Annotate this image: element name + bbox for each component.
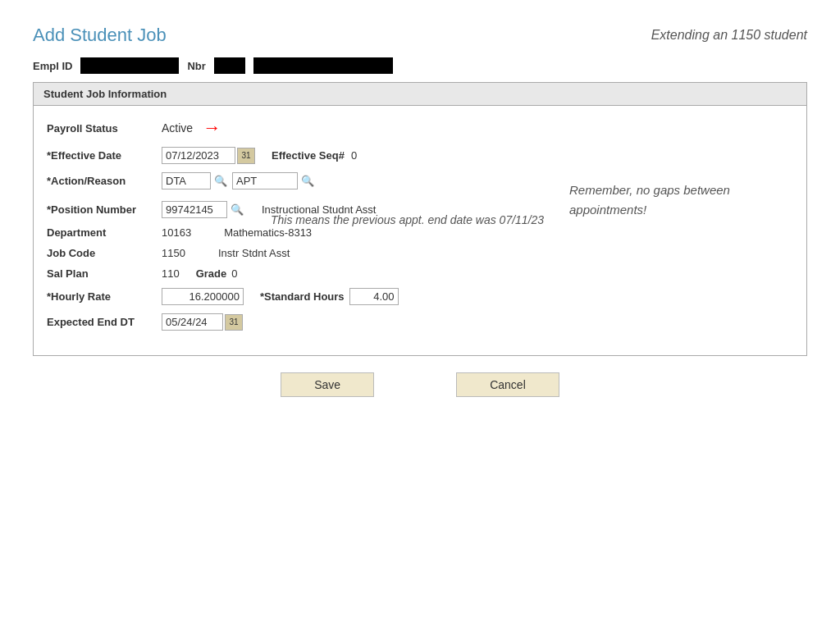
grade-label: Grade — [196, 267, 227, 280]
action-search-icon[interactable]: 🔍 — [212, 173, 229, 189]
position-description: Instructional Studnt Asst — [262, 203, 376, 216]
department-label: Department — [47, 226, 162, 239]
nbr-value — [214, 57, 245, 74]
cancel-button[interactable]: Cancel — [456, 372, 559, 397]
nbr-label: Nbr — [187, 60, 205, 72]
action-reason-label: *Action/Reason — [47, 175, 162, 187]
reason-input[interactable] — [232, 172, 298, 189]
expected-end-dt-label: Expected End DT — [47, 316, 162, 328]
effective-date-input[interactable] — [162, 147, 235, 164]
expected-end-dt-input[interactable] — [162, 313, 223, 331]
expected-end-dt-calendar-icon[interactable]: 31 — [225, 314, 243, 331]
save-button[interactable]: Save — [281, 372, 374, 397]
position-search-icon[interactable]: 🔍 — [229, 202, 245, 218]
sal-plan-label: Sal Plan — [47, 267, 162, 280]
sal-plan-value: 110 — [162, 267, 180, 280]
reason-search-icon[interactable]: 🔍 — [299, 173, 316, 189]
action-input[interactable] — [162, 172, 211, 189]
effective-seq-label: Effective Seq# — [272, 149, 345, 162]
department-description: Mathematics-8313 — [224, 226, 312, 239]
empl-id-label: Empl ID — [33, 60, 72, 72]
position-number-input[interactable] — [162, 201, 227, 218]
effective-date-calendar-icon[interactable]: 31 — [237, 148, 255, 164]
hourly-rate-input[interactable] — [162, 288, 244, 305]
hourly-rate-label: *Hourly Rate — [47, 290, 162, 303]
position-number-label: *Position Number — [47, 203, 162, 216]
standard-hours-input[interactable] — [349, 288, 399, 305]
page-subtitle: Extending an 1150 student — [651, 28, 807, 43]
payroll-status-value: Active — [162, 121, 193, 135]
payroll-status-label: Payroll Status — [47, 122, 162, 135]
standard-hours-label: *Standard Hours — [260, 290, 345, 303]
effective-seq-value: 0 — [351, 149, 357, 162]
page-title: Add Student Job — [33, 25, 167, 46]
empl-id-value — [80, 57, 179, 74]
panel-title: Student Job Information — [34, 83, 806, 106]
job-code-label: Job Code — [47, 247, 162, 259]
job-code-description: Instr Stdnt Asst — [218, 247, 290, 259]
red-arrow-icon: ← — [203, 117, 221, 139]
effective-date-label: *Effective Date — [47, 149, 162, 162]
department-value: 10163 — [162, 226, 191, 239]
job-code-value: 1150 — [162, 247, 185, 259]
grade-value: 0 — [231, 267, 237, 280]
empl-name-value — [253, 57, 393, 74]
